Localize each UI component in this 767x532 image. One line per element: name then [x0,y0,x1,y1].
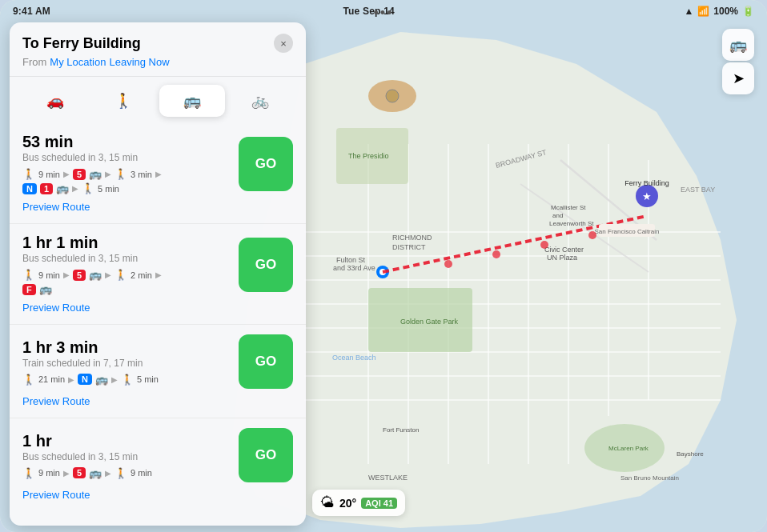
bus-icon-3: 🚌 [95,374,108,386]
bus-icon-4: 🚌 [89,467,102,479]
route-card-1: 53 min Bus scheduled in 3, 15 min 🚶 9 mi… [10,123,306,224]
svg-text:and: and [552,212,563,219]
route-steps-3a: 🚶 21 min ▶ N 🚌 ▶ 🚶 5 min [22,374,231,386]
panel-header: To Ferry Building × From My Location Lea… [10,22,306,77]
bus-icon-1: 🚌 [89,168,102,180]
route-time-4: 1 hr [22,432,231,450]
svg-text:San Bruno Mountain: San Bruno Mountain [620,474,679,482]
preview-route-1[interactable]: Preview Route [22,201,90,213]
route-card-content-4: 1 hr Bus scheduled in 3, 15 min 🚶 9 min … [22,428,293,482]
svg-text:EAST BAY: EAST BAY [681,186,715,194]
preview-route-3[interactable]: Preview Route [22,395,90,407]
destination-title: To Ferry Building [22,35,141,52]
close-icon: × [280,38,287,50]
transit-view-icon: 🚌 [729,36,747,54]
route-time-1: 53 min [22,133,231,151]
badge-n-3: N [78,374,92,385]
battery-icon: 🔋 [742,6,754,17]
arrow-4a: ▶ [63,469,70,478]
svg-point-45 [386,90,399,102]
tab-bike[interactable]: 🚲 [228,85,294,117]
route-card-4: 1 hr Bus scheduled in 3, 15 min 🚶 9 min … [10,418,306,511]
svg-text:Bayshore: Bayshore [677,450,704,458]
walk-text-4b: 9 min [131,468,152,478]
my-location-link[interactable]: My Location [50,56,106,68]
location-arrow-icon: ➤ [733,70,745,87]
route-steps-4a: 🚶 9 min ▶ 5 🚌 ▶ 🚶 9 min [22,467,231,479]
arrow-1c: ▶ [155,170,162,178]
walk-icon-4b: 🚶 [114,467,127,479]
title-row: To Ferry Building × [22,34,293,53]
tab-transit[interactable]: 🚌 [159,85,225,117]
route-subtitle-4: Bus scheduled in 3, 15 min [22,451,231,462]
svg-point-49 [540,241,548,249]
walk-text-2: 9 min [38,270,60,280]
route-steps-1a: 🚶 9 min ▶ 5 🚌 ▶ 🚶 3 min ▶ [22,168,231,180]
close-button[interactable]: × [274,34,293,53]
route-card-content-3: 1 hr 3 min Train scheduled in 7, 17 min … [22,334,293,389]
walk-text-1c: 5 min [98,184,119,194]
route-time-2: 1 hr 1 min [22,234,231,252]
go-button-1[interactable]: GO [239,137,293,191]
walk-icon-1b: 🚶 [114,168,127,180]
transit-view-button[interactable]: 🚌 [722,29,754,61]
walk-text-1: 9 min [38,170,60,179]
walk-icon-2b: 🚶 [114,269,127,281]
aqi-badge: AQI 41 [361,498,397,509]
go-button-2[interactable]: GO [239,238,293,292]
from-row: From My Location Leaving Now [22,56,293,68]
bus-badge-5-4: 5 [73,467,86,478]
map-controls: 🚌 ➤ [722,29,754,94]
arrow-2a: ▶ [63,270,70,279]
svg-text:RICHMOND: RICHMOND [392,234,432,242]
tab-walk[interactable]: 🚶 [91,85,157,117]
route-subtitle-3: Train scheduled in 7, 17 min [22,358,231,369]
walk-icon-3b: 🚶 [121,374,134,386]
wifi-icon: 📶 [697,6,709,17]
route-info-1: 53 min Bus scheduled in 3, 15 min 🚶 9 mi… [22,133,231,194]
weather-badge: 🌤 20° AQI 41 [312,490,405,516]
svg-text:Civic Center: Civic Center [544,246,584,254]
svg-text:Mcallister St: Mcallister St [551,204,586,211]
route-card-3: 1 hr 3 min Train scheduled in 7, 17 min … [10,325,306,418]
leaving-now-link[interactable]: Leaving Now [109,56,169,68]
preview-route-4[interactable]: Preview Route [22,489,90,501]
svg-text:McLaren Park: McLaren Park [608,445,649,452]
walk-icon-1: 🚶 [22,168,35,180]
tab-car[interactable]: 🚗 [22,85,88,117]
go-button-4[interactable]: GO [239,428,293,482]
route-steps-2a: 🚶 9 min ▶ 5 🚌 ▶ 🚶 2 min ▶ [22,269,231,281]
route-card-content-2: 1 hr 1 min Bus scheduled in 3, 15 min 🚶 … [22,234,293,295]
svg-text:Leavenworth St: Leavenworth St [549,220,594,227]
svg-text:The Presidio: The Presidio [348,152,389,160]
badge-f-2: F [22,284,36,295]
location-button[interactable]: ➤ [722,62,754,94]
weather-temperature: 20° [339,497,356,510]
route-info-4: 1 hr Bus scheduled in 3, 15 min 🚶 9 min … [22,432,231,479]
status-right: ▲ 📶 100% 🔋 [684,6,754,17]
battery-text: 100% [713,6,738,17]
preview-route-2[interactable]: Preview Route [22,302,90,314]
svg-text:Ocean Beach: Ocean Beach [332,354,376,362]
from-label: From [22,56,46,68]
bus-icon-2: 🚌 [89,269,102,281]
walk-icon-1c: 🚶 [82,182,94,194]
arrow-1b: ▶ [105,170,111,178]
arrow-3a: ▶ [68,375,74,384]
arrow-2c: ▶ [155,270,162,279]
svg-text:Fulton St: Fulton St [336,256,366,264]
walk-text-4: 9 min [38,468,60,478]
walk-text-1b: 3 min [131,170,152,179]
route-info-3: 1 hr 3 min Train scheduled in 7, 17 min … [22,338,231,386]
route-list: 53 min Bus scheduled in 3, 15 min 🚶 9 mi… [10,117,306,518]
walk-icon-4: 🚶 [22,467,35,479]
bus-icon-2b: 🚌 [39,283,52,295]
walk-icon-3: 🚶 [22,374,35,386]
svg-text:Ferry Building: Ferry Building [624,179,669,187]
bus-badge-5-2: 5 [73,270,86,281]
svg-point-47 [444,260,452,268]
go-button-3[interactable]: GO [239,334,293,389]
svg-text:San Francisco Caltrain: San Francisco Caltrain [595,228,660,235]
bus-badge-5-1: 5 [73,169,86,180]
arrow-2b: ▶ [105,270,111,279]
